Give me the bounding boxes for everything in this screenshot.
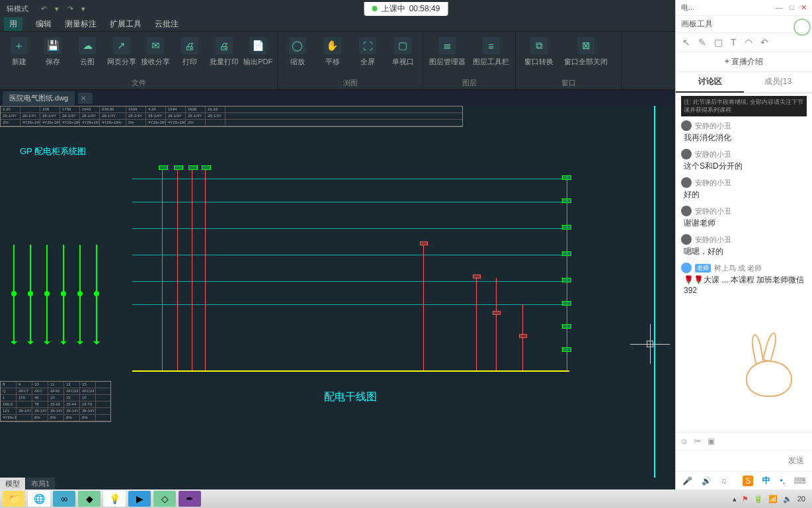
batch-print-button[interactable]: 🖨批量打印: [209, 34, 239, 67]
taskbar-app-3[interactable]: ∞: [53, 491, 75, 507]
drawing-title-2: 配电干线图: [324, 390, 377, 404]
close-all-icon: ⊠: [577, 37, 594, 54]
chat-body[interactable]: 注: 此节课后半段将继续, 全部内容请关注下节课并获得系列课程 安静的小丑我再消…: [676, 93, 812, 432]
speaker-icon[interactable]: 🔊: [702, 476, 711, 486]
send-button[interactable]: 发送: [788, 455, 804, 466]
tab-model[interactable]: 模型: [0, 478, 25, 489]
image-icon[interactable]: ▣: [708, 437, 715, 446]
chat-message: 老师树上鸟 成 老师🌹🌹大课 ... 本课程 加班老师微信 392: [681, 263, 807, 295]
chat-notice: 注: 此节课后半段将继续, 全部内容请关注下节课并获得系列课程: [681, 96, 807, 116]
ime-zh-icon[interactable]: 中: [762, 475, 770, 486]
taskbar-app-7[interactable]: ◇: [153, 491, 176, 507]
layer-toolbar-button[interactable]: ≡图层工具栏: [471, 34, 512, 67]
pdf-icon: 📄: [249, 37, 266, 54]
page-boundary-line: [654, 106, 655, 478]
music-icon[interactable]: ♫: [721, 476, 727, 486]
new-button[interactable]: ＋新建: [4, 34, 34, 67]
undo-dropdown-icon[interactable]: ▾: [51, 5, 63, 13]
pan-button[interactable]: ✋平移: [317, 34, 348, 67]
ime-punct-icon[interactable]: •,: [780, 476, 785, 486]
fullscreen-button[interactable]: ⛶全屏: [352, 34, 384, 67]
taskbar-app-6[interactable]: ▶: [128, 491, 151, 507]
pen-icon[interactable]: ✎: [698, 37, 706, 48]
chat-message: 安静的小丑谢谢老师: [681, 206, 807, 229]
tab-discussion[interactable]: 讨论区: [676, 72, 744, 93]
rect-icon[interactable]: ▢: [714, 37, 723, 48]
tray-battery-icon[interactable]: 🔋: [754, 495, 763, 503]
scissors-icon[interactable]: ✂: [694, 437, 701, 446]
system-tray: ▴ ⚑ 🔋 📶 🔈 20: [733, 495, 809, 503]
taskbar-app-4[interactable]: ◆: [78, 491, 101, 507]
live-dot-icon: [372, 6, 378, 11]
fullscreen-label: 全屏: [360, 57, 375, 67]
maximize-icon[interactable]: □: [790, 3, 794, 12]
zoom-button[interactable]: ◯缩放: [282, 34, 313, 67]
side-app-name: 电...: [681, 3, 694, 13]
menu-extend[interactable]: 扩展工具: [110, 19, 142, 30]
single-viewport-button[interactable]: ▢单视口: [387, 34, 419, 67]
send-row: 发送: [676, 450, 812, 471]
cad-canvas[interactable]: 2.2010817561943238.8619344.241934192816.…: [0, 106, 675, 478]
file-tab-active[interactable]: 医院电气图纸.dwg: [3, 91, 75, 105]
bottom-table: 8910111215 QAFC7AFCAF42AFC23AFC24 110046…: [0, 381, 111, 422]
menu-common[interactable]: 用: [4, 17, 22, 31]
tray-wifi-icon[interactable]: 📶: [768, 495, 778, 503]
chat-username: 安静的小丑: [695, 121, 731, 131]
tab-members[interactable]: 成员(13: [744, 72, 812, 93]
side-panel-titlebar: 电... — □ ✕: [676, 0, 812, 16]
tray-up-icon[interactable]: ▴: [733, 495, 737, 503]
batch-print-label: 批量打印: [210, 57, 239, 67]
cloud-button[interactable]: ☁云图: [72, 34, 102, 67]
menu-measure[interactable]: 测量标注: [65, 19, 97, 30]
tab-layout1[interactable]: 布局1: [26, 478, 55, 489]
new-label: 新建: [12, 57, 26, 67]
taskbar-app-8[interactable]: ✒: [179, 491, 201, 507]
close-all-windows-button[interactable]: ⊠窗口全部关闭: [562, 34, 610, 67]
ime-s-icon[interactable]: S: [743, 476, 753, 486]
taskbar-app-5[interactable]: 💡: [103, 491, 126, 507]
tray-time[interactable]: 20: [797, 495, 805, 503]
menu-edit[interactable]: 编辑: [36, 19, 52, 30]
close-icon[interactable]: ✕: [801, 3, 807, 12]
zoom-icon: ◯: [289, 37, 306, 54]
chat-text: 🌹🌹大课 ... 本课程 加班老师微信 392: [681, 275, 807, 295]
chat-message: 安静的小丑我再消化消化: [681, 120, 807, 144]
receive-share-button[interactable]: ✉接收分享: [141, 34, 171, 67]
eraser-icon[interactable]: ◠: [745, 37, 752, 48]
layer-manager-button[interactable]: ≣图层管理器: [427, 34, 467, 67]
hand-icon: ✋: [324, 37, 341, 54]
redo-icon[interactable]: ↷: [64, 5, 76, 13]
window-switch-button[interactable]: ⧉窗口转换: [520, 34, 558, 67]
mic-icon[interactable]: 🎤: [682, 476, 692, 486]
taskbar-app-2[interactable]: 🌐: [28, 491, 50, 507]
live-intro-button[interactable]: + 直播介绍: [676, 52, 812, 72]
undo-tool-icon[interactable]: ↶: [760, 37, 768, 48]
text-icon[interactable]: T: [731, 37, 737, 48]
viewport-icon: ▢: [394, 37, 411, 54]
export-pdf-button[interactable]: 📄输出PDF: [243, 34, 273, 67]
minimize-icon[interactable]: —: [776, 3, 783, 12]
chat-text: 谢谢老师: [681, 218, 807, 229]
avatar-icon: [681, 263, 692, 273]
ribbon-group-file: 文件: [0, 77, 277, 89]
print-button[interactable]: 🖨打印: [175, 34, 205, 67]
undo-icon[interactable]: ↶: [38, 5, 50, 13]
ime-keyboard-icon[interactable]: ⌨: [794, 476, 805, 486]
web-share-button[interactable]: ↗网页分享: [106, 34, 137, 67]
pointer-icon[interactable]: ↖: [682, 37, 690, 48]
ribbon-group-layer: 图层: [423, 77, 515, 89]
save-button[interactable]: 💾保存: [38, 34, 69, 67]
close-all-label: 窗口全部关闭: [564, 57, 608, 67]
plus-icon: ＋: [11, 37, 28, 54]
menu-cloud-note[interactable]: 云批注: [155, 19, 179, 30]
header-table: 2.2010817561943238.8619344.241934192816.…: [0, 106, 463, 127]
taskbar-app-1[interactable]: 📁: [3, 491, 25, 507]
tray-volume-icon[interactable]: 🔈: [783, 495, 792, 503]
ribbon-group-view: 浏图: [278, 77, 423, 89]
file-tab-close-icon[interactable]: ✕: [78, 93, 93, 104]
tray-flag-icon[interactable]: ⚑: [742, 495, 749, 503]
redo-dropdown-icon[interactable]: ▾: [77, 5, 89, 13]
teacher-badge: 老师: [695, 264, 711, 273]
emoji-icon[interactable]: ☺: [680, 437, 688, 446]
cad-drawing: 2.2010817561943238.8619344.241934192816.…: [0, 106, 675, 478]
